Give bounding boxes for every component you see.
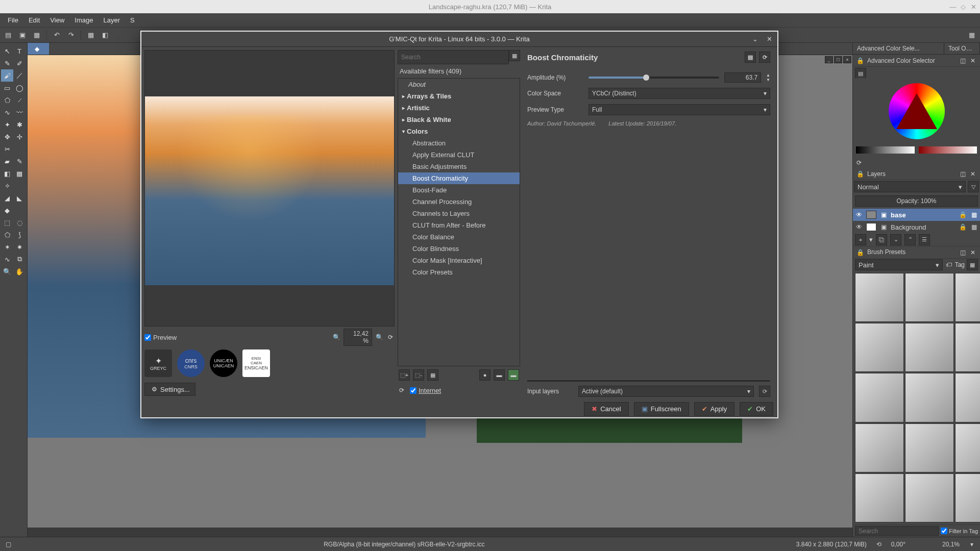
- os-close-button[interactable]: ✕: [970, 3, 977, 10]
- amplitude-slider[interactable]: [589, 77, 719, 79]
- refresh-icon[interactable]: ⟳: [855, 159, 863, 167]
- layer-opacity-slider[interactable]: Opacity: 100%: [855, 195, 978, 207]
- move-up-button[interactable]: ⌃: [904, 234, 916, 245]
- add-layer-button[interactable]: +: [855, 234, 866, 245]
- alpha-lock-icon[interactable]: ▦: [970, 211, 978, 219]
- input-layers-select[interactable]: Active (default)▾: [578, 386, 754, 397]
- measure-tool[interactable]: ◣: [13, 192, 26, 204]
- spin-down[interactable]: ▼: [766, 78, 770, 82]
- select-magnetic-tool[interactable]: ⧉: [13, 253, 26, 265]
- brush-preset[interactable]: [905, 323, 954, 372]
- view-mode-button[interactable]: ▦: [967, 259, 978, 270]
- freehand-path-tool[interactable]: 〰: [13, 106, 26, 118]
- lock-icon[interactable]: 🔒: [959, 223, 967, 231]
- brush-tool[interactable]: 🖌: [1, 69, 13, 82]
- brush-tag-select[interactable]: Paint▾: [855, 259, 943, 270]
- os-maximize-button[interactable]: ◇: [960, 3, 967, 10]
- brush-search-input[interactable]: [855, 526, 939, 536]
- smart-patch-tool[interactable]: ✧: [1, 180, 13, 192]
- text-tool[interactable]: T: [13, 45, 26, 57]
- brush-preset[interactable]: [905, 473, 954, 522]
- menu-view[interactable]: View: [45, 15, 69, 26]
- color-selector-settings-button[interactable]: ▤: [855, 68, 866, 79]
- zoom-dropdown-icon[interactable]: ▾: [968, 540, 976, 548]
- redo-button[interactable]: ↷: [65, 29, 77, 41]
- tab-tool-options[interactable]: Tool Opt...: [944, 43, 980, 54]
- reference-tool[interactable]: ◆: [1, 204, 13, 216]
- doc-minimize-button[interactable]: _: [825, 56, 833, 63]
- visibility-hide-button[interactable]: ▬: [494, 369, 505, 381]
- gmic-search-input[interactable]: [398, 50, 509, 64]
- zoom-tool[interactable]: 🔍: [1, 265, 13, 278]
- menu-file[interactable]: File: [3, 15, 23, 26]
- preview-zoom-value[interactable]: 12,42 %: [344, 329, 372, 346]
- transform-tool[interactable]: ✥: [1, 131, 13, 143]
- menu-image[interactable]: Image: [70, 15, 97, 26]
- move-down-button[interactable]: ⌄: [890, 234, 901, 245]
- tree-cat-arrays[interactable]: Arrays & Tiles: [398, 90, 520, 102]
- amplitude-value[interactable]: 63.7: [724, 72, 761, 83]
- calligraphy-tool[interactable]: ✐: [13, 57, 26, 69]
- preview-checkbox[interactable]: Preview: [144, 334, 177, 341]
- layer-properties-button[interactable]: ☰: [919, 234, 930, 245]
- select-ellipse-tool[interactable]: ◌: [13, 216, 26, 229]
- brush-preset[interactable]: [905, 423, 954, 472]
- color-selector-widget[interactable]: [853, 78, 980, 144]
- previewtype-select[interactable]: Full▾: [589, 104, 770, 115]
- value-slider[interactable]: [856, 146, 915, 154]
- tree-cat-blackwhite[interactable]: Black & White: [398, 114, 520, 126]
- tree-cat-about[interactable]: About: [398, 79, 520, 90]
- colorspace-select[interactable]: YCbCr (Distinct)▾: [589, 88, 770, 99]
- rotate-icon[interactable]: ⟲: [875, 540, 883, 548]
- expand-all-button[interactable]: ▦: [427, 369, 438, 381]
- crop-tool[interactable]: ✂: [1, 143, 13, 155]
- refresh-icon[interactable]: ⟳: [386, 333, 395, 341]
- float-docker-icon[interactable]: ◫: [959, 170, 967, 178]
- pan-tool[interactable]: ✋: [13, 265, 26, 278]
- pattern-tool[interactable]: ▩: [13, 167, 26, 180]
- fill-tool[interactable]: ▰: [1, 155, 13, 167]
- open-file-button[interactable]: ▣: [16, 29, 29, 41]
- doc-maximize-button[interactable]: □: [834, 56, 842, 63]
- polyline-tool[interactable]: ⟋: [13, 94, 26, 106]
- brush-preset[interactable]: [855, 273, 904, 322]
- gmic-preview-image[interactable]: [144, 50, 395, 327]
- zoom-in-icon[interactable]: 🔍: [375, 333, 383, 341]
- duplicate-layer-button[interactable]: ⿻: [876, 234, 887, 245]
- menu-layer[interactable]: Layer: [99, 15, 125, 26]
- select-bezier-tool[interactable]: ∿: [1, 253, 13, 265]
- close-docker-icon[interactable]: ✕: [969, 57, 977, 65]
- dyna-tool[interactable]: ✦: [1, 118, 13, 131]
- ok-button[interactable]: ✔OK: [740, 402, 773, 416]
- move-layer-tool[interactable]: ✢: [13, 131, 26, 143]
- brush-preset[interactable]: [955, 273, 980, 322]
- bezier-tool[interactable]: ∿: [1, 106, 13, 118]
- tree-cat-colors[interactable]: Colors: [398, 126, 520, 137]
- selection-mode-icon[interactable]: ▢: [4, 540, 12, 548]
- add-fave-button[interactable]: ⬚+: [399, 369, 410, 381]
- tree-filter-abstraction[interactable]: Abstraction: [398, 137, 520, 149]
- blend-mode-select[interactable]: Normal▾: [854, 181, 966, 192]
- gmic-settings-button[interactable]: ⚙ Settings...: [144, 383, 195, 396]
- filter-in-tag-checkbox[interactable]: Filter in Tag: [941, 526, 978, 536]
- canvas-hscrollbar[interactable]: [28, 528, 852, 537]
- apply-button[interactable]: ✔Apply: [694, 402, 735, 416]
- gmic-filter-tree[interactable]: About Arrays & Tiles Artistic Black & Wh…: [398, 78, 520, 366]
- copy-command-button[interactable]: ▤: [745, 52, 756, 63]
- visibility-icon[interactable]: 👁: [855, 211, 863, 219]
- tab-advanced-color[interactable]: Advanced Color Sele...: [853, 43, 944, 54]
- brush-preset[interactable]: [955, 373, 980, 422]
- os-minimize-button[interactable]: —: [949, 3, 957, 10]
- gradient-tool[interactable]: ◧: [1, 167, 13, 180]
- tree-filter-channel-processing[interactable]: Channel Processing: [398, 196, 520, 208]
- save-file-button[interactable]: ▦: [31, 29, 43, 41]
- document-tab-active[interactable]: ◆: [28, 43, 49, 55]
- tree-filter-boost-fade[interactable]: Boost-Fade: [398, 184, 520, 196]
- select-contig-tool[interactable]: ✶: [1, 241, 13, 253]
- move-tool[interactable]: ↖: [1, 45, 13, 57]
- gmic-minimize-button[interactable]: ⌄: [749, 33, 761, 45]
- select-similar-tool[interactable]: ✷: [13, 241, 26, 253]
- float-docker-icon[interactable]: ◫: [959, 248, 967, 257]
- gradient-button[interactable]: ◧: [99, 29, 111, 41]
- internet-checkbox[interactable]: Internet: [410, 387, 441, 394]
